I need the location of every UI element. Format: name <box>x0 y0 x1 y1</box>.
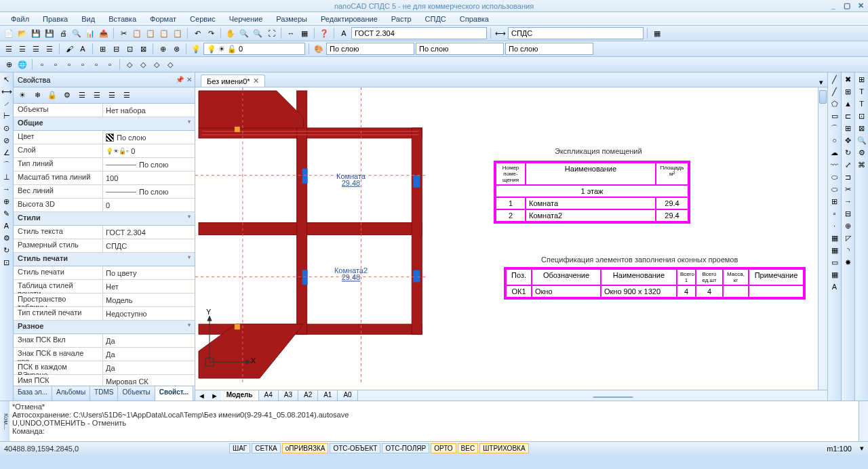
right-icon[interactable]: ▫ <box>77 58 89 70</box>
status-toggle[interactable]: СЕТКА <box>252 443 281 453</box>
join-icon[interactable]: ⊕ <box>843 220 854 231</box>
align4-icon[interactable]: ⊠ <box>137 43 149 55</box>
line-icon[interactable]: ╱ <box>829 74 840 85</box>
command-text[interactable]: *Отмена* Автосохранение: C:\Users\51D6~1… <box>9 401 859 441</box>
prop-row[interactable]: ЦветПо слою <box>14 131 195 144</box>
prop-row[interactable]: Стиль печатиПо цвету <box>14 266 195 280</box>
menu-tools[interactable]: Сервис <box>183 14 222 24</box>
prop-tab[interactable]: База эл... <box>14 386 52 401</box>
zoomext-icon[interactable]: ⛶ <box>265 27 277 39</box>
layerstate-icon[interactable]: ☰ <box>30 43 42 55</box>
spline-icon[interactable]: 〰 <box>829 159 840 170</box>
menu-raster[interactable]: Растр <box>384 14 418 24</box>
menu-modify[interactable]: Редактирование <box>314 14 384 24</box>
iso-nw-icon[interactable]: ◇ <box>164 58 176 70</box>
prop-row[interactable]: Вес линий—————По слою <box>14 185 195 199</box>
hscroll-left-icon[interactable]: ◄ <box>195 392 208 400</box>
menu-insert[interactable]: Вставка <box>102 14 143 24</box>
fillet-icon[interactable]: ◝ <box>843 245 854 256</box>
paste-icon[interactable]: 📋 <box>158 27 170 39</box>
prop-row[interactable]: Имя ПСКМировая СК <box>14 375 195 386</box>
back-icon[interactable]: ▫ <box>104 58 116 70</box>
revcloud-icon[interactable]: ☁ <box>829 147 840 158</box>
extend-icon[interactable]: → <box>843 196 854 207</box>
dim-linear-icon[interactable]: ⟷ <box>1 86 12 97</box>
spds-2-icon[interactable]: T <box>856 86 867 97</box>
close-button[interactable]: ✕ <box>856 1 865 10</box>
trim-icon[interactable]: ✂ <box>843 184 854 195</box>
status-toggle[interactable]: ШТРИХОВКА <box>479 443 528 453</box>
menu-draw[interactable]: Черчение <box>222 14 270 24</box>
prop-row[interactable]: Знак ПСК в начале коо...Да <box>14 348 195 361</box>
print-icon[interactable]: 🖨 <box>57 27 69 39</box>
iso-sw-icon[interactable]: ◇ <box>123 58 136 70</box>
prop-tool-3[interactable]: 🔓 <box>46 89 58 102</box>
prop-tool-5[interactable]: ☰ <box>76 89 88 102</box>
canvas-vscroll[interactable] <box>818 87 827 390</box>
ellipsearc-icon[interactable]: ⬭ <box>829 184 840 195</box>
cut-icon[interactable]: ✂ <box>117 27 130 39</box>
spds-5-icon[interactable]: ⊠ <box>856 123 867 134</box>
pline-icon[interactable]: ╱ <box>829 86 840 97</box>
layout-tab[interactable]: A3 <box>279 390 298 401</box>
layermatch-icon[interactable]: ☰ <box>43 43 56 55</box>
prop-value[interactable]: —————По слою <box>103 185 195 198</box>
prop-tool-1[interactable]: ☀ <box>16 89 28 102</box>
prop-value[interactable]: Да <box>103 334 195 347</box>
dim-override-icon[interactable]: ⊡ <box>1 257 12 268</box>
prop-tab[interactable]: TDMS <box>90 386 118 401</box>
layout-tab[interactable]: Модель <box>221 390 259 401</box>
insert-icon[interactable]: ⊞ <box>829 196 840 207</box>
align2-icon[interactable]: ⊟ <box>110 43 122 55</box>
dim-center-icon[interactable]: ⊕ <box>1 196 12 207</box>
saveall-icon[interactable]: 💾 <box>43 27 56 39</box>
distance-icon[interactable]: ↔ <box>285 27 297 39</box>
prop-row[interactable]: Стиль текстаГОСТ 2.304 <box>14 226 195 239</box>
hscroll-right-icon[interactable]: ► <box>208 392 221 400</box>
prop-value[interactable]: 0 <box>103 199 195 211</box>
pan-icon[interactable]: ✋ <box>224 27 237 39</box>
textstyle-combo[interactable] <box>351 27 487 39</box>
copybase-icon[interactable]: 📋 <box>144 27 157 39</box>
dim-arc-icon[interactable]: ⌒ <box>1 159 12 170</box>
document-tab-close-icon[interactable]: ✕ <box>253 77 259 85</box>
prop-tool-8[interactable]: ☰ <box>121 89 133 102</box>
textstyle-icon[interactable]: A <box>338 27 350 39</box>
prop-tab[interactable]: Альбомы <box>52 386 90 401</box>
view-icon[interactable]: ⊕ <box>3 58 15 70</box>
bottom-icon[interactable]: ▫ <box>50 58 62 70</box>
new-icon[interactable]: 📄 <box>3 27 15 39</box>
prop-group[interactable]: Разное <box>14 321 195 334</box>
mirror-icon[interactable]: ▲ <box>843 98 854 109</box>
prop-tab[interactable]: Свойст... <box>155 386 193 401</box>
offset-icon[interactable]: ⊏ <box>843 110 854 121</box>
minimize-button[interactable]: _ <box>829 1 838 10</box>
front-icon[interactable]: ▫ <box>90 58 102 70</box>
open-icon[interactable]: 📂 <box>16 27 28 39</box>
textedit-icon[interactable]: A <box>77 43 89 55</box>
prop-row[interactable]: ПСК в каждом ВЭкранеДа <box>14 361 195 375</box>
redo-icon[interactable]: ↷ <box>205 27 217 39</box>
prop-value[interactable]: Да <box>103 348 195 361</box>
prop-tool-4[interactable]: ⚙ <box>61 89 73 102</box>
mtext-icon[interactable]: A <box>829 281 840 292</box>
dim-continue-icon[interactable]: → <box>1 184 12 195</box>
zoom-icon[interactable]: 🔍 <box>238 27 250 39</box>
prop-row[interactable]: Тип стилей печатиНедоступно <box>14 307 195 321</box>
prop-tab[interactable]: Объекты <box>118 386 155 401</box>
prop-value[interactable]: Да <box>103 361 195 374</box>
region-icon[interactable]: ▭ <box>829 257 840 268</box>
stretch-icon[interactable]: ⊐ <box>843 171 854 182</box>
help-icon[interactable]: ❓ <box>318 27 330 39</box>
menu-help[interactable]: Справка <box>453 14 496 24</box>
rotate-icon[interactable]: ↻ <box>843 147 854 158</box>
scale-icon[interactable]: ⤢ <box>843 159 854 170</box>
left-icon[interactable]: ▫ <box>63 58 75 70</box>
osnap2-icon[interactable]: ⊗ <box>170 43 182 55</box>
area-icon[interactable]: ▦ <box>298 27 311 39</box>
prop-value[interactable]: Нет <box>103 280 195 293</box>
maximize-button[interactable]: ▢ <box>842 1 852 10</box>
cursor-icon[interactable]: ↖ <box>1 74 12 85</box>
prop-value[interactable]: 100 <box>103 171 195 184</box>
dim-edit-icon[interactable]: ✎ <box>1 208 12 219</box>
